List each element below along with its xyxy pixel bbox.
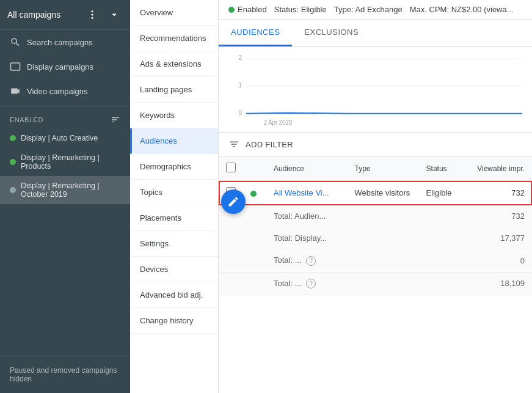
tab-audiences[interactable]: AUDIENCES — [219, 20, 292, 46]
total-display-status — [419, 227, 469, 249]
paused-campaigns-note: Paused and removed campaigns hidden — [0, 356, 130, 393]
svg-text:2 Apr 2020: 2 Apr 2020 — [264, 119, 293, 126]
total-4-dot-cell — [243, 272, 266, 295]
total-3-type — [348, 249, 419, 273]
row-viewable-cell: 732 — [468, 181, 532, 205]
nav-settings[interactable]: Settings — [130, 231, 218, 257]
enabled-label: Enabled — [238, 5, 267, 14]
sidebar-item-video-label: Video campaigns — [27, 87, 88, 96]
filter-bar: ADD FILTER — [219, 133, 532, 156]
total-4-status — [419, 272, 469, 295]
more-vert-icon — [87, 9, 98, 20]
svg-text:0: 0 — [239, 109, 242, 116]
nav-ads-extensions[interactable]: Ads & extensions — [130, 51, 218, 77]
table-header-row: Audience Type Status Viewable impr. — [219, 156, 532, 181]
sidebar-header: All campaigns — [0, 0, 130, 30]
sidebar-item-search[interactable]: Search campaigns — [0, 30, 130, 54]
pencil-icon — [227, 196, 239, 208]
col-header-audience[interactable]: Audience — [266, 156, 348, 181]
nav-recommendations[interactable]: Recommendations — [130, 26, 218, 51]
add-filter-button[interactable]: ADD FILTER — [246, 140, 293, 149]
total-4-label: Total: ... ? — [266, 272, 348, 295]
expand-button[interactable] — [106, 6, 123, 23]
display-campaigns-icon — [10, 61, 21, 72]
sidebar-title: All campaigns — [7, 10, 60, 20]
sort-icon[interactable] — [111, 115, 120, 125]
campaign-dot-green-2 — [10, 159, 16, 165]
section-enabled-label: Enabled — [10, 116, 43, 123]
search-campaigns-icon — [10, 37, 21, 48]
total-display-type — [348, 227, 419, 249]
total-4-type — [348, 272, 419, 295]
status-enabled: Enabled — [228, 5, 267, 14]
nav-keywords[interactable]: Keywords — [130, 103, 218, 128]
audience-link[interactable]: All Website Vi... — [274, 188, 329, 197]
svg-point-0 — [92, 10, 93, 12]
svg-point-2 — [92, 17, 93, 19]
middle-nav: Overview Recommendations Ads & extension… — [130, 0, 219, 393]
video-campaigns-icon — [10, 86, 21, 97]
total-dot-cell — [243, 205, 266, 227]
total-row-audien: Total: Audien... 732 — [219, 205, 532, 227]
row-status-cell: Eligible — [419, 181, 469, 205]
row-status-dot-green — [250, 191, 257, 197]
campaign-remarketing-products[interactable]: Display | Remarketing | Products — [0, 148, 130, 176]
nav-topics[interactable]: Topics — [130, 180, 218, 205]
campaign-auto-creative-label: Display | Auto Creative — [21, 134, 98, 142]
select-all-checkbox[interactable] — [226, 163, 236, 172]
nav-advanced-bid[interactable]: Advanced bid adj. — [130, 282, 218, 308]
total-display-check-cell — [219, 227, 243, 249]
col-header-check — [219, 156, 243, 181]
total-3-viewable: 0 — [468, 249, 532, 273]
nav-overview[interactable]: Overview — [130, 0, 218, 26]
col-header-viewable: Viewable impr. — [468, 156, 532, 181]
svg-text:1: 1 — [239, 81, 242, 89]
nav-demographics[interactable]: Demographics — [130, 154, 218, 180]
total-row-3: Total: ... ? 0 — [219, 249, 532, 273]
campaign-remarketing-products-label: Display | Remarketing | Products — [21, 153, 120, 171]
svg-text:2: 2 — [239, 54, 242, 62]
total-3-label: Total: ... ? — [266, 249, 348, 273]
sidebar-item-display[interactable]: Display campaigns — [0, 54, 130, 79]
sidebar-item-display-label: Display campaigns — [27, 62, 93, 72]
col-header-status-label: Status — [419, 156, 469, 181]
total-3-check-cell — [219, 249, 243, 273]
total-row-4: Total: ... ? 18,109 — [219, 272, 532, 295]
table-row-audience: All Website Vi... Website visitors Eligi… — [219, 181, 532, 205]
chart-area: 2 1 0 2 Apr 2020 — [219, 47, 532, 133]
row-dot-cell — [243, 181, 266, 205]
status-item-type: Type: Ad Exchange — [334, 5, 403, 14]
edit-fab-button[interactable] — [221, 189, 246, 214]
campaign-remarketing-october[interactable]: Display | Remarketing | October 2019 — [0, 176, 130, 204]
total-audien-label: Total: Audien... — [266, 205, 348, 227]
nav-audiences[interactable]: Audiences — [130, 128, 218, 154]
campaign-dot-green — [10, 135, 16, 141]
audiences-table: Audience Type Status Viewable impr. — [219, 156, 532, 295]
campaign-auto-creative[interactable]: Display | Auto Creative — [0, 128, 130, 148]
more-options-button[interactable] — [84, 6, 101, 23]
help-icon-2[interactable]: ? — [306, 279, 316, 288]
total-audien-status — [419, 205, 469, 227]
sidebar-item-video[interactable]: Video campaigns — [0, 79, 130, 103]
total-display-viewable: 17,377 — [468, 227, 532, 249]
status-item-max-cpm: Max. CPM: NZ$2.00 (viewa... — [410, 5, 514, 14]
expand-icon — [109, 9, 120, 20]
help-icon-1[interactable]: ? — [306, 256, 316, 266]
status-item-status: Status: Eligible — [274, 5, 327, 14]
nav-placements[interactable]: Placements — [130, 205, 218, 231]
total-display-label: Total: Display... — [266, 227, 348, 249]
nav-devices[interactable]: Devices — [130, 257, 218, 282]
total-4-viewable: 18,109 — [468, 272, 532, 295]
nav-landing-pages[interactable]: Landing pages — [130, 77, 218, 103]
col-header-type: Type — [348, 156, 419, 181]
chart-svg: 2 1 0 2 Apr 2020 — [228, 52, 522, 127]
total-3-dot-cell — [243, 249, 266, 273]
nav-change-history[interactable]: Change history — [130, 308, 218, 334]
sidebar-header-icons — [84, 6, 123, 23]
total-audien-type — [348, 205, 419, 227]
sidebar: All campaigns Search campaigns Display c… — [0, 0, 130, 393]
campaign-remarketing-october-label: Display | Remarketing | October 2019 — [21, 182, 120, 199]
total-audien-viewable: 732 — [468, 205, 532, 227]
tab-exclusions[interactable]: EXCLUSIONS — [292, 20, 371, 46]
total-display-dot-cell — [243, 227, 266, 249]
